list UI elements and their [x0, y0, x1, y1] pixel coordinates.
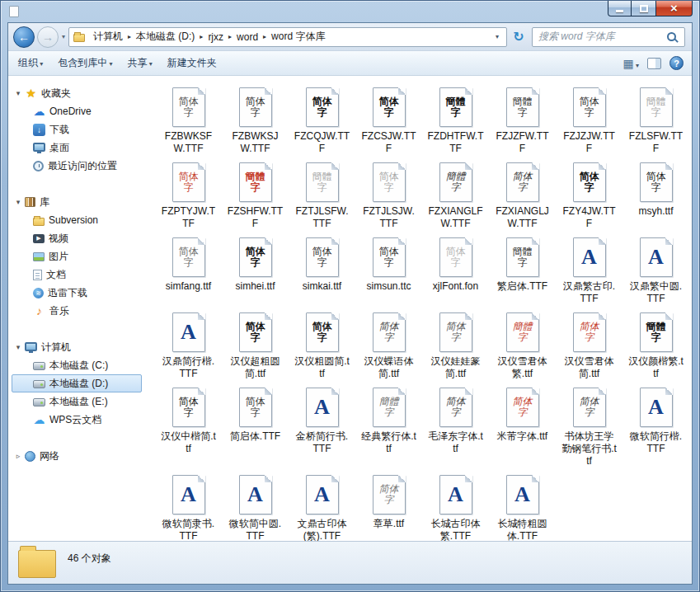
sidebar-item[interactable]: 视频: [12, 229, 142, 247]
forward-button[interactable]: →: [37, 26, 59, 48]
sidebar-item[interactable]: 图片: [12, 247, 142, 265]
file-item[interactable]: 简体字汉仪粗圆简.ttf: [289, 312, 355, 380]
file-icon: 简体字: [439, 237, 472, 277]
file-item[interactable]: 简体字simhei.ttf: [222, 237, 289, 305]
close-button[interactable]: [655, 1, 693, 16]
sidebar-item[interactable]: 迅雷下载: [12, 284, 142, 302]
file-icon: 簡體字: [506, 312, 539, 352]
sidebar-item[interactable]: 桌面: [12, 139, 142, 157]
file-item[interactable]: 简体字汉仪娃娃篆简.ttf: [422, 312, 489, 380]
toolbar-button[interactable]: 共享: [126, 54, 154, 73]
file-icon: 简体字: [573, 388, 606, 427]
sidebar-item[interactable]: 音乐: [12, 302, 142, 320]
sidebar-group-header-favorites[interactable]: ▾收藏夹: [12, 84, 147, 102]
expand-arrow-icon[interactable]: ▾: [12, 89, 25, 97]
file-item[interactable]: 简体字simkai.ttf: [289, 237, 355, 305]
file-item[interactable]: 简体字xjlFont.fon: [422, 237, 489, 305]
file-item[interactable]: 简体字FZY4JW.TTF: [556, 162, 622, 230]
file-item[interactable]: A文鼎古印体(繁).TTF: [289, 475, 355, 541]
sidebar-item[interactable]: 文档: [12, 265, 142, 284]
file-item[interactable]: 简体字FZJZJW.TTF: [556, 87, 622, 155]
file-item[interactable]: A微软简行楷.TTF: [622, 388, 689, 467]
breadcrumb-item[interactable]: rjxz: [204, 31, 228, 43]
file-item[interactable]: 简体字FZCQJW.TTF: [289, 87, 355, 155]
sidebar-item-label: 本地磁盘 (C:): [49, 359, 108, 373]
expand-arrow-icon[interactable]: ▾: [12, 343, 25, 351]
sidebar-item[interactable]: 下载: [12, 120, 142, 139]
file-item[interactable]: 簡體字汉仪颜楷繁.ttf: [622, 312, 689, 380]
file-item[interactable]: 簡體字汉仪雪君体繁.ttf: [489, 312, 556, 380]
file-item[interactable]: A长城古印体繁.TTF: [422, 475, 489, 541]
file-item[interactable]: 簡體字FZTJLSFW.TTF: [289, 162, 355, 230]
sidebar-item[interactable]: 本地磁盘 (D:): [12, 374, 142, 392]
file-item[interactable]: 简体字汉仪中楷简.ttf: [155, 388, 222, 467]
file-item[interactable]: 简体字米芾字体.ttf: [489, 388, 556, 467]
sidebar-item[interactable]: Subversion: [12, 211, 142, 229]
preview-pane-button[interactable]: [647, 58, 661, 69]
breadcrumb-item[interactable]: word: [233, 31, 262, 43]
file-item[interactable]: 簡體字FZXIANGLFW.TTF: [422, 162, 489, 230]
search-box[interactable]: 搜索 word 字体库: [532, 27, 685, 47]
toolbar-button[interactable]: 新建文件夹: [166, 54, 218, 73]
sidebar-item[interactable]: 本地磁盘 (E:): [12, 392, 142, 411]
breadcrumb-item[interactable]: 计算机: [89, 30, 127, 44]
file-item[interactable]: 簡體字FZSHFW.TTF: [222, 162, 289, 230]
file-item[interactable]: 簡體字经典繁行体.ttf: [355, 388, 422, 467]
file-item[interactable]: 简体字msyh.ttf: [622, 162, 689, 230]
file-item[interactable]: 簡體字FZLSFW.TTF: [622, 87, 689, 155]
file-icon: 簡體字: [306, 162, 339, 202]
toolbar-button[interactable]: 包含到库中: [56, 54, 114, 73]
file-item[interactable]: 简体字简启体.TTF: [222, 388, 289, 467]
file-item[interactable]: A金桥简行书.TTF: [289, 388, 355, 467]
titlebar[interactable]: [7, 1, 693, 22]
address-dropdown-icon[interactable]: ▾: [490, 33, 505, 40]
sidebar-group-header-libraries[interactable]: ▾库: [12, 193, 147, 211]
file-item[interactable]: 简体字FZCSJW.TTF: [355, 87, 422, 155]
maximize-button[interactable]: [632, 1, 655, 16]
file-item[interactable]: 简体字章草.ttf: [355, 475, 422, 541]
file-item[interactable]: 簡體字繁启体.TTF: [489, 237, 556, 305]
breadcrumb-item[interactable]: 本地磁盘 (D:): [132, 30, 199, 44]
sidebar-group-header-computer[interactable]: ▾计算机: [12, 338, 147, 356]
sidebar-item[interactable]: 本地磁盘 (C:): [12, 356, 142, 374]
minimize-button[interactable]: [608, 1, 632, 16]
sidebar-item[interactable]: 最近访问的位置: [12, 157, 142, 175]
file-item[interactable]: A微软简中圆.TTF: [222, 475, 289, 541]
address-bar[interactable]: 计算机▸本地磁盘 (D:)▸rjxz▸word▸word 字体库 ▾: [68, 27, 507, 47]
file-item[interactable]: A汉鼎繁中圆.TTF: [622, 237, 689, 305]
file-item[interactable]: 简体字FZXIANGLJW.TTF: [489, 162, 556, 230]
command-bar: 组织包含到库中共享新建文件夹: [8, 51, 692, 76]
sidebar-item[interactable]: OneDrive: [12, 102, 142, 120]
file-item[interactable]: A汉鼎简行楷.TTF: [155, 312, 222, 380]
sidebar-group-label: 计算机: [41, 341, 71, 355]
file-item[interactable]: 简体字FZTJLSJW.TTF: [355, 162, 422, 230]
file-item[interactable]: 簡體字FZDHTFW.TTF: [422, 87, 489, 155]
file-item[interactable]: 简体字FZBWKSFW.TTF: [155, 87, 222, 155]
file-item[interactable]: 简体字书体坊王学勤钢笔行书.ttf: [556, 388, 622, 467]
file-item[interactable]: 简体字汉仪超粗圆简.ttf: [222, 312, 289, 380]
breadcrumb-item[interactable]: word 字体库: [267, 30, 329, 44]
refresh-button[interactable]: [509, 27, 529, 47]
help-button[interactable]: [669, 56, 684, 70]
toolbar-button[interactable]: 组织: [16, 54, 45, 73]
file-item[interactable]: A微软简隶书.TTF: [155, 475, 222, 541]
file-item[interactable]: 简体字simsun.ttc: [355, 237, 422, 305]
file-item[interactable]: 简体字毛泽东字体.ttf: [422, 388, 489, 467]
sidebar-item[interactable]: WPS云文档: [12, 411, 142, 429]
thunder-icon: [33, 288, 44, 298]
file-item[interactable]: 简体字汉仪蝶语体简.ttf: [355, 312, 422, 380]
expand-arrow-icon[interactable]: ▾: [12, 198, 25, 206]
file-item[interactable]: 简体字汉仪雪君体简.ttf: [556, 312, 622, 380]
change-view-button[interactable]: [623, 57, 639, 70]
expand-arrow-icon[interactable]: ▹: [12, 452, 25, 460]
history-dropdown-icon[interactable]: ▾: [59, 33, 68, 40]
file-item[interactable]: 简体字FZPTYJW.TTF: [155, 162, 222, 230]
sidebar-group-header-network[interactable]: ▹网络: [12, 447, 147, 465]
back-button[interactable]: ←: [13, 26, 35, 48]
file-item[interactable]: A汉鼎繁古印.TTF: [556, 237, 622, 305]
file-item[interactable]: 简体字simfang.ttf: [155, 237, 222, 305]
file-item[interactable]: 簡體字FZJZFW.TTF: [489, 87, 556, 155]
file-item[interactable]: A长城特粗圆体.TTF: [489, 475, 556, 541]
sidebar-item-label: 迅雷下载: [48, 286, 87, 300]
file-item[interactable]: 简体字FZBWKSJW.TTF: [222, 87, 289, 155]
